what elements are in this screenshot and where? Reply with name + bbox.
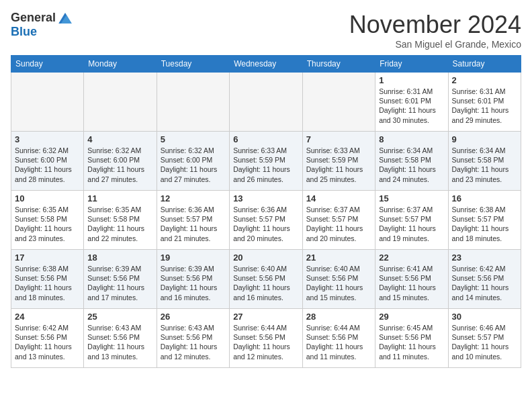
calendar-day-cell: 10Sunrise: 6:35 AMSunset: 5:58 PMDayligh… <box>11 191 84 250</box>
calendar-day-header: Sunday <box>11 56 84 73</box>
day-number: 3 <box>15 134 80 144</box>
calendar-day-header: Monday <box>84 56 157 73</box>
calendar-week-row: 24Sunrise: 6:42 AMSunset: 5:56 PMDayligh… <box>11 309 521 368</box>
day-number: 19 <box>161 253 226 263</box>
calendar-day-cell: 5Sunrise: 6:32 AMSunset: 6:00 PMDaylight… <box>157 132 229 191</box>
day-number: 18 <box>87 253 152 263</box>
day-info: Sunrise: 6:42 AMSunset: 5:56 PMDaylight:… <box>452 264 517 302</box>
location-subtitle: San Miguel el Grande, Mexico <box>349 39 521 50</box>
calendar-day-cell <box>11 73 84 132</box>
day-number: 10 <box>15 193 80 203</box>
day-number: 8 <box>379 134 444 144</box>
day-number: 12 <box>161 193 226 203</box>
day-number: 21 <box>306 253 371 263</box>
day-info: Sunrise: 6:36 AMSunset: 5:57 PMDaylight:… <box>161 205 226 243</box>
day-info: Sunrise: 6:38 AMSunset: 5:56 PMDaylight:… <box>15 264 80 302</box>
day-number: 30 <box>452 312 517 322</box>
day-info: Sunrise: 6:36 AMSunset: 5:57 PMDaylight:… <box>233 205 299 243</box>
calendar-week-row: 3Sunrise: 6:32 AMSunset: 6:00 PMDaylight… <box>11 132 521 191</box>
day-number: 15 <box>379 193 444 203</box>
day-info: Sunrise: 6:46 AMSunset: 5:57 PMDaylight:… <box>452 323 517 361</box>
calendar-day-header: Thursday <box>302 56 375 73</box>
day-info: Sunrise: 6:37 AMSunset: 5:57 PMDaylight:… <box>306 205 371 243</box>
calendar-day-cell: 21Sunrise: 6:40 AMSunset: 5:56 PMDayligh… <box>302 250 375 309</box>
calendar-day-cell: 11Sunrise: 6:35 AMSunset: 5:58 PMDayligh… <box>84 191 157 250</box>
day-number: 11 <box>87 193 152 203</box>
calendar-day-cell: 6Sunrise: 6:33 AMSunset: 5:59 PMDaylight… <box>230 132 303 191</box>
calendar-header-row: SundayMondayTuesdayWednesdayThursdayFrid… <box>11 56 521 73</box>
calendar-day-cell: 25Sunrise: 6:43 AMSunset: 5:56 PMDayligh… <box>84 309 157 368</box>
calendar-table: SundayMondayTuesdayWednesdayThursdayFrid… <box>11 55 521 368</box>
calendar-day-cell: 18Sunrise: 6:39 AMSunset: 5:56 PMDayligh… <box>84 250 157 309</box>
day-number: 25 <box>87 312 152 322</box>
calendar-day-cell <box>302 73 375 132</box>
day-info: Sunrise: 6:32 AMSunset: 6:00 PMDaylight:… <box>161 146 226 184</box>
logo: General Blue <box>11 11 72 39</box>
day-info: Sunrise: 6:40 AMSunset: 5:56 PMDaylight:… <box>233 264 299 302</box>
day-info: Sunrise: 6:32 AMSunset: 6:00 PMDaylight:… <box>15 146 80 184</box>
day-info: Sunrise: 6:35 AMSunset: 5:58 PMDaylight:… <box>87 205 152 243</box>
day-number: 13 <box>233 193 299 203</box>
day-number: 17 <box>15 253 80 263</box>
calendar-day-cell: 26Sunrise: 6:43 AMSunset: 5:56 PMDayligh… <box>157 309 229 368</box>
calendar-week-row: 17Sunrise: 6:38 AMSunset: 5:56 PMDayligh… <box>11 250 521 309</box>
day-info: Sunrise: 6:33 AMSunset: 5:59 PMDaylight:… <box>233 146 299 184</box>
day-info: Sunrise: 6:43 AMSunset: 5:56 PMDaylight:… <box>87 323 152 361</box>
day-info: Sunrise: 6:42 AMSunset: 5:56 PMDaylight:… <box>15 323 80 361</box>
day-info: Sunrise: 6:38 AMSunset: 5:57 PMDaylight:… <box>452 205 517 243</box>
day-info: Sunrise: 6:34 AMSunset: 5:58 PMDaylight:… <box>379 146 444 184</box>
calendar-week-row: 10Sunrise: 6:35 AMSunset: 5:58 PMDayligh… <box>11 191 521 250</box>
calendar-day-cell: 13Sunrise: 6:36 AMSunset: 5:57 PMDayligh… <box>230 191 303 250</box>
page-header: General Blue November 2024 San Miguel el… <box>11 11 521 50</box>
calendar-day-cell <box>84 73 157 132</box>
day-info: Sunrise: 6:39 AMSunset: 5:56 PMDaylight:… <box>87 264 152 302</box>
calendar-day-cell: 15Sunrise: 6:37 AMSunset: 5:57 PMDayligh… <box>375 191 448 250</box>
day-number: 4 <box>87 134 152 144</box>
day-info: Sunrise: 6:33 AMSunset: 5:59 PMDaylight:… <box>306 146 371 184</box>
calendar-day-cell: 30Sunrise: 6:46 AMSunset: 5:57 PMDayligh… <box>448 309 521 368</box>
calendar-day-cell: 8Sunrise: 6:34 AMSunset: 5:58 PMDaylight… <box>375 132 448 191</box>
calendar-day-cell: 27Sunrise: 6:44 AMSunset: 5:56 PMDayligh… <box>230 309 303 368</box>
calendar-day-cell <box>157 73 229 132</box>
day-number: 9 <box>452 134 517 144</box>
month-title: November 2024 <box>349 11 521 39</box>
day-number: 24 <box>15 312 80 322</box>
day-info: Sunrise: 6:45 AMSunset: 5:56 PMDaylight:… <box>379 323 444 361</box>
day-info: Sunrise: 6:39 AMSunset: 5:56 PMDaylight:… <box>161 264 226 302</box>
logo-icon <box>58 13 72 24</box>
day-number: 22 <box>379 253 444 263</box>
day-info: Sunrise: 6:40 AMSunset: 5:56 PMDaylight:… <box>306 264 371 302</box>
day-number: 16 <box>452 193 517 203</box>
day-number: 29 <box>379 312 444 322</box>
day-number: 20 <box>233 253 299 263</box>
calendar-day-cell: 1Sunrise: 6:31 AMSunset: 6:01 PMDaylight… <box>375 73 448 132</box>
day-number: 2 <box>452 75 517 85</box>
calendar-day-cell: 3Sunrise: 6:32 AMSunset: 6:00 PMDaylight… <box>11 132 84 191</box>
day-number: 28 <box>306 312 371 322</box>
day-info: Sunrise: 6:35 AMSunset: 5:58 PMDaylight:… <box>15 205 80 243</box>
day-info: Sunrise: 6:41 AMSunset: 5:56 PMDaylight:… <box>379 264 444 302</box>
calendar-day-cell: 7Sunrise: 6:33 AMSunset: 5:59 PMDaylight… <box>302 132 375 191</box>
calendar-day-header: Wednesday <box>230 56 303 73</box>
calendar-day-cell: 19Sunrise: 6:39 AMSunset: 5:56 PMDayligh… <box>157 250 229 309</box>
day-number: 6 <box>233 134 299 144</box>
calendar-day-cell: 17Sunrise: 6:38 AMSunset: 5:56 PMDayligh… <box>11 250 84 309</box>
calendar-week-row: 1Sunrise: 6:31 AMSunset: 6:01 PMDaylight… <box>11 73 521 132</box>
calendar-day-cell: 23Sunrise: 6:42 AMSunset: 5:56 PMDayligh… <box>448 250 521 309</box>
day-info: Sunrise: 6:31 AMSunset: 6:01 PMDaylight:… <box>379 87 444 125</box>
day-info: Sunrise: 6:43 AMSunset: 5:56 PMDaylight:… <box>161 323 226 361</box>
calendar-day-header: Tuesday <box>157 56 229 73</box>
day-info: Sunrise: 6:32 AMSunset: 6:00 PMDaylight:… <box>87 146 152 184</box>
calendar-day-header: Friday <box>375 56 448 73</box>
day-info: Sunrise: 6:44 AMSunset: 5:56 PMDaylight:… <box>233 323 299 361</box>
calendar-day-cell: 4Sunrise: 6:32 AMSunset: 6:00 PMDaylight… <box>84 132 157 191</box>
day-info: Sunrise: 6:34 AMSunset: 5:58 PMDaylight:… <box>452 146 517 184</box>
day-number: 27 <box>233 312 299 322</box>
day-number: 26 <box>161 312 226 322</box>
calendar-day-cell: 29Sunrise: 6:45 AMSunset: 5:56 PMDayligh… <box>375 309 448 368</box>
calendar-day-cell <box>230 73 303 132</box>
calendar-day-cell: 24Sunrise: 6:42 AMSunset: 5:56 PMDayligh… <box>11 309 84 368</box>
logo-blue-text: Blue <box>11 25 37 39</box>
day-number: 5 <box>161 134 226 144</box>
calendar-day-cell: 12Sunrise: 6:36 AMSunset: 5:57 PMDayligh… <box>157 191 229 250</box>
